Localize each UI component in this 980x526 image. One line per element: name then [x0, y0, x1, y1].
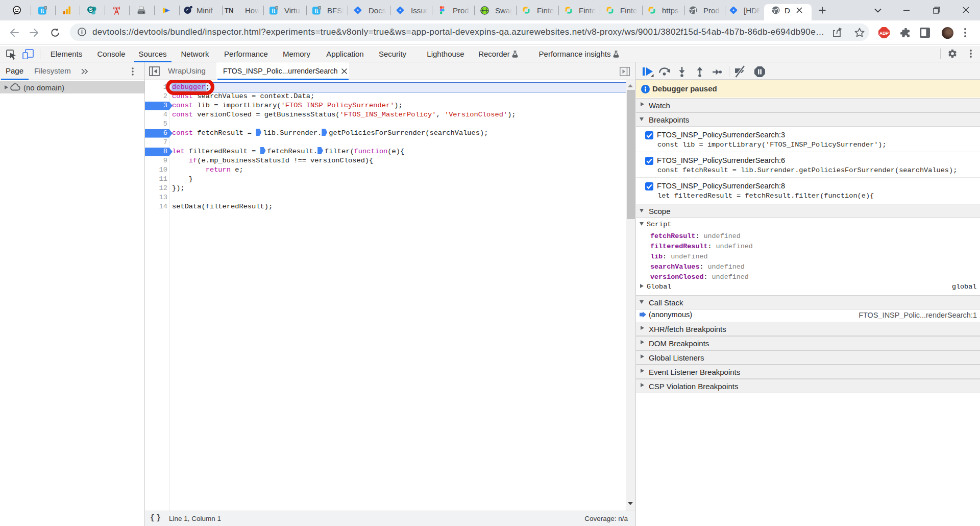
svg-text:TN: TN: [225, 7, 233, 14]
svg-text:ft: ft: [272, 8, 275, 13]
svg-text:S: S: [89, 7, 93, 13]
svg-text:ft: ft: [314, 8, 318, 13]
svg-text:ft: ft: [40, 8, 44, 13]
svg-text:ABP: ABP: [879, 31, 889, 36]
